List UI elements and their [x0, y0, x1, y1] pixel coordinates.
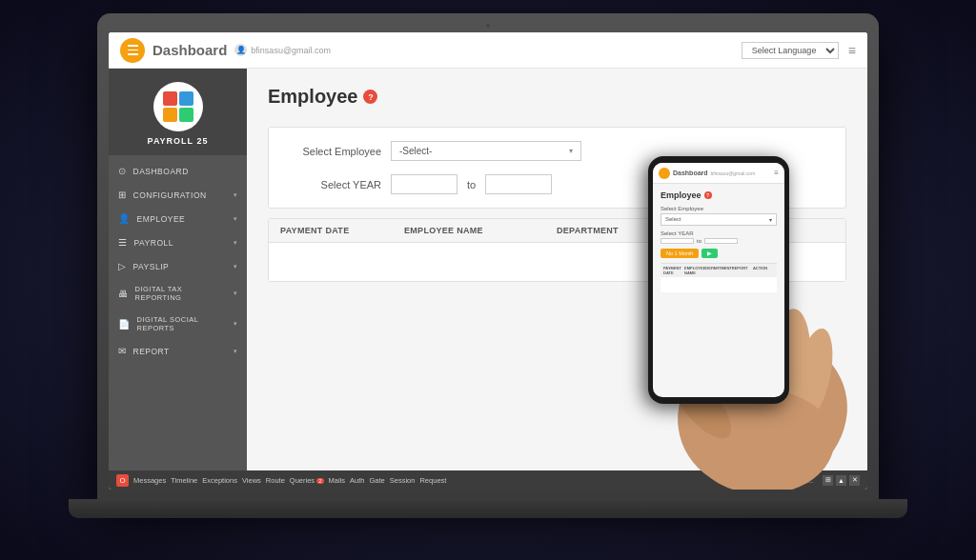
laptop-shell: Dashboard 👤 bfinsasu@gmail.com Select La… [97, 13, 879, 499]
bottom-link-timeline[interactable]: Timeline [171, 476, 197, 485]
sidebar-item-dashboard[interactable]: ⊙ DASHBOARD [109, 159, 247, 183]
hamburger-icon[interactable]: ≡ [848, 43, 856, 58]
sidebar-brand: PAYROLL 25 [148, 136, 209, 146]
sidebar-item-label: PAYSLIP [133, 262, 170, 271]
sidebar-item-label: DIGITAL SOCIAL REPORTS [137, 315, 227, 332]
col-report: REPOR [690, 226, 757, 235]
laptop-camera [485, 23, 491, 29]
employee-dropdown[interactable]: -Select- ▾ [391, 141, 581, 161]
bottom-web-label: web: bfinsasu@gmail... [739, 476, 813, 485]
sidebar-item-label: CONFIGURATION [133, 190, 207, 200]
sidebar-nav: ⊙ DASHBOARD ⊞ CONFIGURATION ▾ 👤 [109, 155, 247, 470]
header-title: Dashboard [152, 42, 227, 58]
year-to-label: to [467, 179, 476, 190]
header-user-icon: 👤 [234, 44, 247, 56]
year-from-input[interactable] [391, 174, 458, 194]
bottom-links: Messages Timeline Exceptions Views Route… [133, 476, 734, 485]
sidebar-logo-area: PAYROLL 25 [109, 69, 247, 155]
select-year-label: Select YEAR [286, 179, 381, 190]
col-department: DEPARTMENT [557, 226, 690, 235]
bottom-icon-3: ✕ [849, 475, 860, 486]
page-title: Employee [268, 86, 357, 108]
page-title-row: Employee ? [268, 86, 846, 108]
bottom-bar: O Messages Timeline Exceptions Views Rou… [109, 470, 867, 490]
form-row-year: Select YEAR to [286, 174, 828, 194]
bottom-link-auth[interactable]: Auth [350, 476, 364, 485]
select-employee-label: Select Employee [286, 146, 381, 157]
laptop-base [69, 499, 907, 518]
dashboard-icon: ⊙ [118, 166, 127, 176]
sidebar-logo-circle [153, 82, 203, 131]
sidebar-item-label: EMPLOYEE [137, 214, 186, 224]
configuration-icon: ⊞ [118, 190, 127, 200]
bottom-link-exceptions[interactable]: Exceptions [202, 476, 237, 485]
language-select[interactable]: Select Language [742, 42, 839, 59]
bottom-icon-2: ▲ [836, 475, 846, 486]
payslip-icon: ▷ [118, 261, 127, 271]
bottom-link-queries[interactable]: Queries 2 [290, 476, 324, 485]
header-email: bfinsasu@gmail.com [251, 46, 331, 55]
sidebar-item-configuration[interactable]: ⊞ CONFIGURATION ▾ [109, 183, 247, 207]
employee-icon: 👤 [118, 213, 131, 224]
col-payment-date: PAYMENT DATE [280, 226, 404, 235]
form-section: Select Employee -Select- ▾ Select YEAR [268, 127, 846, 209]
bottom-icon-1: ⊞ [823, 475, 833, 486]
bottom-link-mails[interactable]: Mails [329, 476, 346, 485]
sidebar-item-digital-tax[interactable]: 🖶 DIGITAL TAX REPORTING ▾ [109, 278, 247, 309]
sidebar-item-label: DASHBOARD [133, 167, 189, 176]
year-to-input[interactable] [485, 174, 552, 194]
bottom-link-route[interactable]: Route [266, 476, 285, 485]
table-body [269, 243, 845, 281]
bottom-link-gate[interactable]: Gate [370, 476, 385, 485]
menu-circle-icon[interactable] [120, 38, 145, 63]
table-header: PAYMENT DATE EMPLOYEE NAME DEPARTMENT RE… [269, 219, 845, 243]
sidebar-item-digital-social[interactable]: 📄 DIGITAL SOCIAL REPORTS ▾ [109, 309, 247, 339]
report-icon: ✉ [118, 346, 127, 356]
app-header: Dashboard 👤 bfinsasu@gmail.com Select La… [109, 32, 867, 69]
sidebar-item-payroll[interactable]: ☰ PAYROLL ▾ [109, 230, 247, 254]
sidebar-item-label: DIGITAL TAX REPORTING [135, 285, 227, 302]
digital-tax-icon: 🖶 [118, 289, 129, 299]
bottom-link-session[interactable]: Session [390, 476, 416, 485]
sidebar-item-report[interactable]: ✉ REPORT ▾ [109, 339, 247, 363]
main-content: Employee ? Select Employee [247, 69, 867, 470]
sidebar-item-label: REPORT [133, 347, 170, 356]
col-employee-name: EMPLOYEE NAME [404, 226, 557, 235]
digital-social-icon: 📄 [118, 319, 131, 330]
bottom-link-messages[interactable]: Messages [133, 476, 166, 485]
form-row-employee: Select Employee -Select- ▾ [286, 141, 828, 161]
bottom-link-views[interactable]: Views [242, 476, 261, 485]
sidebar-item-employee[interactable]: 👤 EMPLOYEE ▾ [109, 207, 247, 230]
sidebar-item-payslip[interactable]: ▷ PAYSLIP ▾ [109, 254, 247, 278]
sidebar: PAYROLL 25 ⊙ DASHBOARD ⊞ CONF [109, 69, 247, 470]
payroll-icon: ☰ [118, 237, 128, 248]
help-icon[interactable]: ? [363, 90, 377, 104]
table-section: PAYMENT DATE EMPLOYEE NAME DEPARTMENT RE… [268, 218, 846, 282]
bottom-logo: O [116, 474, 129, 487]
laptop-screen: Dashboard 👤 bfinsasu@gmail.com Select La… [109, 32, 867, 490]
bottom-link-request[interactable]: Request [419, 476, 446, 485]
sidebar-item-label: PAYROLL [134, 238, 173, 248]
